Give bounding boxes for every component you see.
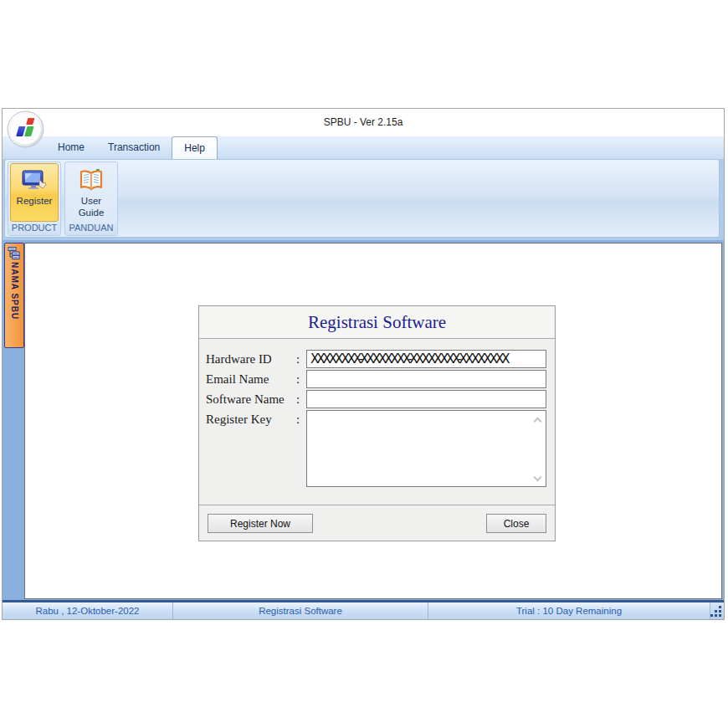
hardware-id-input[interactable] bbox=[306, 350, 546, 368]
resize-grip-icon bbox=[719, 614, 721, 617]
register-key-label: Register Key bbox=[206, 410, 296, 428]
user-guide-button[interactable]: User Guide bbox=[67, 163, 115, 222]
tree-list-icon bbox=[8, 246, 21, 259]
user-guide-button-label: User Guide bbox=[68, 196, 115, 219]
dialog-body: Hardware ID : Email Name : Software Name… bbox=[199, 339, 555, 490]
ribbon-group-panduan: User Guide PANDUAN bbox=[64, 161, 118, 236]
side-tab-nama-spbu[interactable]: NAMA SPBU bbox=[4, 243, 24, 348]
user-guide-book-icon bbox=[78, 167, 105, 194]
app-logo-icon[interactable] bbox=[7, 110, 44, 148]
workspace: NAMA SPBU Registrasi Software Hardware I… bbox=[3, 240, 724, 600]
register-button-label: Register bbox=[17, 196, 53, 208]
ribbon-group-product: Register PRODUCT bbox=[8, 161, 61, 236]
ribbon-group-label-product: PRODUCT bbox=[8, 222, 60, 235]
resize-grip[interactable] bbox=[710, 602, 724, 619]
status-bar: Rabu , 12-Oktober-2022 Registrasi Softwa… bbox=[3, 600, 724, 619]
registration-dialog: Registrasi Software Hardware ID : Email … bbox=[198, 305, 556, 541]
tab-home[interactable]: Home bbox=[46, 136, 96, 159]
email-name-input[interactable] bbox=[306, 370, 546, 388]
tab-transaction[interactable]: Transaction bbox=[96, 136, 172, 159]
register-button[interactable]: Register bbox=[10, 163, 59, 222]
register-key-textarea[interactable] bbox=[306, 410, 546, 487]
close-button[interactable]: Close bbox=[486, 514, 546, 533]
software-name-input[interactable] bbox=[306, 390, 546, 408]
software-name-colon: : bbox=[296, 390, 306, 408]
hardware-id-label: Hardware ID bbox=[206, 350, 296, 368]
register-now-button[interactable]: Register Now bbox=[208, 514, 313, 533]
status-center: Registrasi Software bbox=[173, 602, 428, 619]
dialog-title: Registrasi Software bbox=[199, 306, 555, 339]
software-name-row: Software Name : bbox=[206, 390, 546, 408]
title-bar: SPBU - Ver 2.15a bbox=[3, 109, 724, 136]
email-name-label: Email Name bbox=[206, 370, 296, 388]
tab-help[interactable]: Help bbox=[172, 136, 218, 159]
app-window: SPBU - Ver 2.15a Home Transaction Help bbox=[2, 108, 725, 620]
ribbon-tab-strip: Home Transaction Help bbox=[3, 136, 724, 159]
side-tab-label: NAMA SPBU bbox=[10, 262, 19, 320]
ribbon-panel: Register PRODUCT bbox=[4, 159, 720, 238]
email-name-row: Email Name : bbox=[206, 370, 546, 388]
hardware-id-row: Hardware ID : bbox=[206, 350, 546, 368]
register-key-row: Register Key : bbox=[206, 410, 546, 490]
software-name-label: Software Name bbox=[206, 390, 296, 408]
email-name-colon: : bbox=[296, 370, 306, 388]
ribbon: Register PRODUCT bbox=[3, 159, 724, 240]
document-canvas: Registrasi Software Hardware ID : Email … bbox=[24, 243, 722, 599]
dialog-footer: Register Now Close bbox=[199, 505, 555, 541]
hardware-id-colon: : bbox=[296, 350, 306, 368]
window-title: SPBU - Ver 2.15a bbox=[3, 109, 724, 136]
computer-register-icon bbox=[21, 167, 48, 194]
status-trial: Trial : 10 Day Remaining bbox=[428, 602, 710, 619]
register-key-colon: : bbox=[296, 410, 306, 428]
ribbon-group-label-panduan: PANDUAN bbox=[65, 222, 117, 235]
status-date: Rabu , 12-Oktober-2022 bbox=[3, 602, 173, 619]
